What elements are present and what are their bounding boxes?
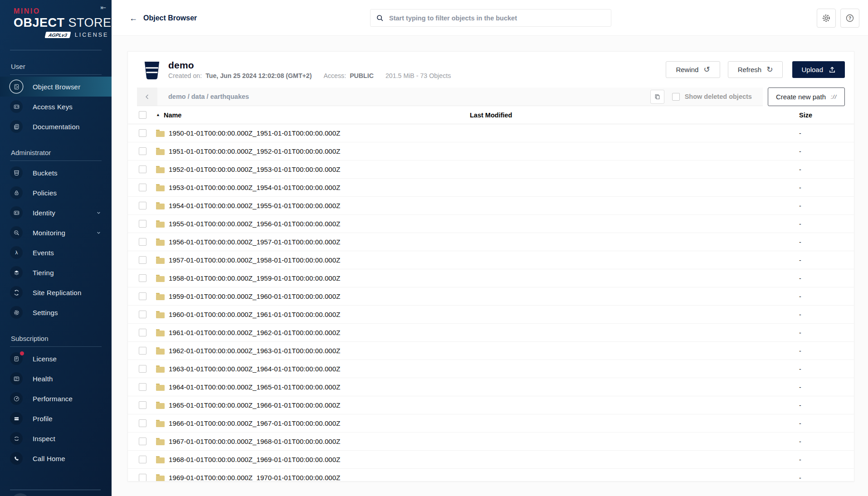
object-link[interactable]: 1964-01-01T00:00:00.000Z_1965-01-01T00:0… bbox=[156, 383, 470, 391]
navigate-back-button[interactable] bbox=[137, 88, 157, 106]
object-list: 1950-01-01T00:00:00.000Z_1951-01-01T00:0… bbox=[128, 124, 854, 481]
object-link[interactable]: 1950-01-01T00:00:00.000Z_1951-01-01T00:0… bbox=[156, 129, 470, 137]
sidebar-item-buckets[interactable]: Buckets bbox=[0, 163, 112, 183]
sidebar-item-label: Buckets bbox=[33, 169, 58, 177]
sidebar-item-object-browser[interactable]: Object Browser bbox=[0, 77, 112, 97]
sidebar-item-events[interactable]: λ Events bbox=[0, 243, 112, 263]
object-link[interactable]: 1951-01-01T00:00:00.000Z_1952-01-01T00:0… bbox=[156, 147, 470, 155]
object-link[interactable]: 1961-01-01T00:00:00.000Z_1962-01-01T00:0… bbox=[156, 329, 470, 336]
row-checkbox[interactable] bbox=[139, 329, 146, 336]
search-input[interactable] bbox=[388, 14, 605, 22]
object-size: - bbox=[792, 474, 854, 481]
object-name: 1959-01-01T00:00:00.000Z_1960-01-01T00:0… bbox=[169, 292, 341, 300]
table-row: 1959-01-01T00:00:00.000Z_1960-01-01T00:0… bbox=[128, 287, 854, 306]
object-link[interactable]: 1966-01-01T00:00:00.000Z_1967-01-01T00:0… bbox=[156, 419, 470, 427]
bucket-browser-card: demo Created on: Tue, Jun 25 2024 12:02:… bbox=[127, 51, 854, 481]
sidebar-item-call-home[interactable]: Call Home bbox=[0, 448, 112, 468]
refresh-button[interactable]: Refresh ↻ bbox=[728, 61, 783, 78]
object-link[interactable]: 1957-01-01T00:00:00.000Z_1958-01-01T00:0… bbox=[156, 256, 470, 264]
row-checkbox[interactable] bbox=[139, 202, 146, 209]
sidebar-section-user: User Object Browser Access Keys Document… bbox=[0, 63, 112, 136]
table-row: 1964-01-01T00:00:00.000Z_1965-01-01T00:0… bbox=[128, 378, 854, 396]
object-link[interactable]: 1952-01-01T00:00:00.000Z_1953-01-01T00:0… bbox=[156, 165, 470, 173]
breadcrumb[interactable]: demo / data / earthquakes bbox=[157, 93, 650, 100]
row-checkbox[interactable] bbox=[139, 256, 146, 264]
help-button[interactable]: ? bbox=[840, 9, 859, 28]
row-checkbox[interactable] bbox=[139, 456, 146, 463]
access-value[interactable]: PUBLIC bbox=[350, 72, 374, 79]
object-link[interactable]: 1958-01-01T00:00:00.000Z_1959-01-01T00:0… bbox=[156, 274, 470, 282]
row-checkbox[interactable] bbox=[139, 474, 146, 481]
object-size: - bbox=[792, 130, 854, 137]
object-link[interactable]: 1953-01-01T00:00:00.000Z_1954-01-01T00:0… bbox=[156, 184, 470, 191]
object-name: 1968-01-01T00:00:00.000Z_1969-01-01T00:0… bbox=[169, 456, 341, 463]
folder-icon bbox=[156, 185, 165, 191]
policies-icon bbox=[10, 186, 23, 199]
sidebar-item-access-keys[interactable]: Access Keys bbox=[0, 97, 112, 117]
row-checkbox[interactable] bbox=[139, 238, 146, 246]
rewind-button[interactable]: Rewind ↺ bbox=[666, 61, 720, 78]
object-link[interactable]: 1963-01-01T00:00:00.000Z_1964-01-01T00:0… bbox=[156, 365, 470, 373]
object-link[interactable]: 1956-01-01T00:00:00.000Z_1957-01-01T00:0… bbox=[156, 238, 470, 246]
name-column-header[interactable]: ▲ Name bbox=[156, 112, 470, 119]
row-checkbox[interactable] bbox=[139, 292, 146, 300]
object-link[interactable]: 1969-01-01T00:00:00.000Z_1970-01-01T00:0… bbox=[156, 474, 470, 481]
divider bbox=[10, 346, 102, 347]
path-icon: :// bbox=[831, 94, 837, 100]
sidebar-item-health[interactable]: Health bbox=[0, 369, 112, 389]
folder-icon bbox=[156, 476, 165, 481]
object-link[interactable]: 1955-01-01T00:00:00.000Z_1956-01-01T00:0… bbox=[156, 220, 470, 228]
table-row: 1961-01-01T00:00:00.000Z_1962-01-01T00:0… bbox=[128, 324, 854, 342]
folder-icon bbox=[156, 385, 165, 391]
sidebar-item-monitoring[interactable]: Monitoring bbox=[0, 223, 112, 243]
object-link[interactable]: 1960-01-01T00:00:00.000Z_1961-01-01T00:0… bbox=[156, 311, 470, 318]
sidebar-item-license[interactable]: License bbox=[0, 349, 112, 369]
show-deleted-checkbox[interactable] bbox=[672, 93, 680, 101]
object-link[interactable]: 1962-01-01T00:00:00.000Z_1963-01-01T00:0… bbox=[156, 347, 470, 355]
sidebar-item-site-replication[interactable]: Site Replication bbox=[0, 282, 112, 302]
sidebar-item-performance[interactable]: Performance bbox=[0, 389, 112, 408]
sidebar-item-identity[interactable]: Identity bbox=[0, 203, 112, 223]
row-checkbox[interactable] bbox=[139, 383, 146, 391]
row-checkbox[interactable] bbox=[139, 220, 146, 228]
row-checkbox[interactable] bbox=[139, 438, 146, 445]
collapse-sidebar-icon[interactable]: ⇤ bbox=[100, 4, 106, 12]
upload-button[interactable]: Upload bbox=[792, 61, 845, 78]
select-all-checkbox[interactable] bbox=[139, 111, 146, 119]
back-arrow-icon[interactable]: ← bbox=[129, 14, 137, 22]
row-checkbox[interactable] bbox=[139, 365, 146, 373]
copy-path-button[interactable] bbox=[650, 90, 664, 104]
folder-icon bbox=[156, 367, 165, 373]
folder-icon bbox=[156, 258, 165, 264]
operator-avatar[interactable] bbox=[11, 493, 29, 496]
row-checkbox[interactable] bbox=[139, 184, 146, 191]
row-checkbox[interactable] bbox=[139, 419, 146, 427]
object-filter-searchbox bbox=[370, 9, 611, 27]
object-link[interactable]: 1965-01-01T00:00:00.000Z_1966-01-01T00:0… bbox=[156, 401, 470, 409]
sidebar-item-documentation[interactable]: Documentation bbox=[0, 117, 112, 136]
sidebar-item-policies[interactable]: Policies bbox=[0, 183, 112, 203]
object-link[interactable]: 1959-01-01T00:00:00.000Z_1960-01-01T00:0… bbox=[156, 292, 470, 300]
sidebar-item-settings[interactable]: Settings bbox=[0, 302, 112, 322]
events-icon: λ bbox=[10, 246, 23, 259]
row-checkbox[interactable] bbox=[139, 129, 146, 137]
sidebar-item-tiering[interactable]: Tiering bbox=[0, 263, 112, 282]
object-name: 1955-01-01T00:00:00.000Z_1956-01-01T00:0… bbox=[169, 220, 341, 228]
row-checkbox[interactable] bbox=[139, 401, 146, 409]
row-checkbox[interactable] bbox=[139, 311, 146, 318]
show-deleted-toggle[interactable]: Show deleted objects bbox=[672, 93, 752, 101]
sidebar-item-inspect[interactable]: Inspect bbox=[0, 428, 112, 448]
object-link[interactable]: 1954-01-01T00:00:00.000Z_1955-01-01T00:0… bbox=[156, 202, 470, 209]
create-new-path-button[interactable]: Create new path :// bbox=[768, 88, 845, 106]
settings-gear-button[interactable] bbox=[817, 9, 836, 28]
table-row: 1956-01-01T00:00:00.000Z_1957-01-01T00:0… bbox=[128, 233, 854, 251]
row-checkbox[interactable] bbox=[139, 147, 146, 155]
object-name: 1962-01-01T00:00:00.000Z_1963-01-01T00:0… bbox=[169, 347, 341, 355]
row-checkbox[interactable] bbox=[139, 347, 146, 355]
row-checkbox[interactable] bbox=[139, 274, 146, 282]
row-checkbox[interactable] bbox=[139, 165, 146, 173]
object-link[interactable]: 1968-01-01T00:00:00.000Z_1969-01-01T00:0… bbox=[156, 456, 470, 463]
sidebar-item-profile[interactable]: Profile bbox=[0, 408, 112, 428]
svg-text:λ: λ bbox=[15, 250, 18, 256]
object-link[interactable]: 1967-01-01T00:00:00.000Z_1968-01-01T00:0… bbox=[156, 438, 470, 445]
